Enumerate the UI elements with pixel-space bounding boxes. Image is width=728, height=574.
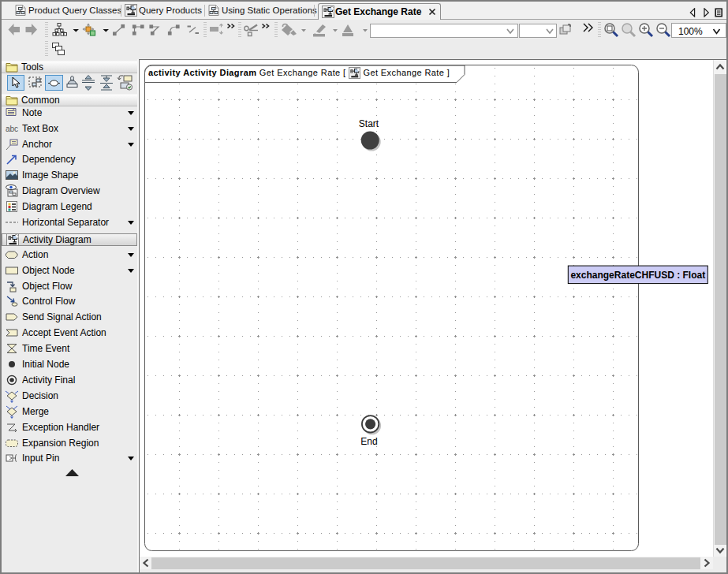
svg-text:abc: abc [6, 125, 18, 133]
svg-text:exchangeRateCHFUSD : Float: exchangeRateCHFUSD : Float [570, 270, 705, 281]
svg-text:End: End [360, 436, 377, 447]
svg-text:Start: Start [359, 118, 379, 129]
